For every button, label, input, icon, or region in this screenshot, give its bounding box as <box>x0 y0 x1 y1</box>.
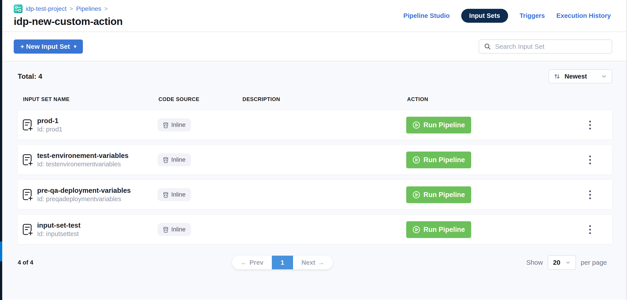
action-cell: Run Pipeline <box>406 186 608 203</box>
row-options-menu-icon[interactable] <box>587 223 593 236</box>
sort-arrows-icon <box>554 73 560 80</box>
new-input-set-button[interactable]: + New Input Set ▾ <box>14 39 83 54</box>
column-header-action: ACTION <box>407 96 608 102</box>
pagination: ← Prev 1 Next → <box>232 256 333 269</box>
run-pipeline-button[interactable]: Run Pipeline <box>406 151 471 168</box>
sort-dropdown[interactable]: Newest <box>548 69 612 83</box>
code-source-cell: Inline <box>158 188 242 201</box>
right-arrow-icon: → <box>318 259 324 266</box>
row-options-menu-icon[interactable] <box>587 153 593 166</box>
play-circle-icon <box>412 191 420 199</box>
input-set-name: prod-1 <box>37 117 62 125</box>
table-row[interactable]: input-set-test Id: inputsettest Inline <box>18 215 612 244</box>
input-set-id: Id: testenvironementvariables <box>37 160 128 168</box>
run-pipeline-button[interactable]: Run Pipeline <box>406 221 471 238</box>
name-stack: prod-1 Id: prod1 <box>37 117 62 133</box>
page-number-active[interactable]: 1 <box>272 256 293 269</box>
row-options-menu-icon[interactable] <box>587 188 593 201</box>
code-source-badge: Inline <box>158 223 191 236</box>
play-circle-icon <box>412 156 420 164</box>
inline-store-icon <box>163 227 168 233</box>
table-row[interactable]: test-environement-variables Id: testenvi… <box>18 145 612 174</box>
name-stack: pre-qa-deployment-variables Id: preqadep… <box>37 187 131 203</box>
play-circle-icon <box>412 121 420 129</box>
page-header: idp-test-project > Pipelines > idp-new-c… <box>2 0 626 32</box>
code-source-label: Inline <box>171 226 186 233</box>
search-input[interactable] <box>495 43 607 50</box>
page-size-select[interactable]: 20 <box>548 255 576 270</box>
input-set-name: input-set-test <box>37 221 80 229</box>
input-set-name-cell: test-environement-variables Id: testenvi… <box>22 152 158 168</box>
prev-page-button[interactable]: ← Prev <box>232 256 272 269</box>
tab-execution-history[interactable]: Execution History <box>556 12 611 19</box>
column-header-code-source: CODE SOURCE <box>158 96 242 102</box>
total-count-label: Total: 4 <box>18 72 42 81</box>
table-row[interactable]: prod-1 Id: prod1 Inline <box>18 110 612 140</box>
input-set-name: test-environement-variables <box>37 152 128 160</box>
inline-store-icon <box>163 122 168 128</box>
code-source-label: Inline <box>171 122 186 128</box>
pipeline-tabs: Pipeline Studio Input Sets Triggers Exec… <box>403 9 611 23</box>
run-pipeline-label: Run Pipeline <box>424 226 465 234</box>
page-count-label: 4 of 4 <box>18 259 33 266</box>
column-header-input-set-name: INPUT SET NAME <box>23 96 158 102</box>
input-set-document-icon <box>22 189 33 201</box>
side-nav-indicator <box>0 242 2 261</box>
run-pipeline-label: Run Pipeline <box>424 191 465 199</box>
breadcrumb-separator: > <box>104 5 108 12</box>
prev-label: Prev <box>250 259 264 266</box>
app-window: idp-test-project > Pipelines > idp-new-c… <box>2 0 626 300</box>
chevron-down-icon <box>565 260 571 265</box>
code-source-badge: Inline <box>158 119 191 132</box>
pipeline-project-icon <box>14 4 22 13</box>
column-header-description: DESCRIPTION <box>242 96 407 102</box>
run-pipeline-label: Run Pipeline <box>424 156 465 164</box>
row-options-menu-icon[interactable] <box>587 119 593 132</box>
caret-down-icon: ▾ <box>74 44 76 49</box>
code-source-badge: Inline <box>158 153 191 166</box>
run-pipeline-button[interactable]: Run Pipeline <box>406 117 471 134</box>
code-source-label: Inline <box>171 191 186 198</box>
run-pipeline-button[interactable]: Run Pipeline <box>406 186 471 203</box>
right-edge-divider <box>626 0 627 300</box>
collapsed-side-nav-rail[interactable] <box>0 0 2 300</box>
search-icon <box>484 43 491 50</box>
breadcrumb-project-link[interactable]: idp-test-project <box>26 5 66 12</box>
input-set-document-icon <box>22 154 33 166</box>
input-set-document-icon <box>22 223 33 236</box>
play-circle-icon <box>412 226 420 234</box>
tab-triggers[interactable]: Triggers <box>520 12 545 19</box>
name-stack: test-environement-variables Id: testenvi… <box>37 152 128 168</box>
new-input-set-label: + New Input Set <box>20 43 70 50</box>
inline-store-icon <box>163 157 168 163</box>
toolbar: + New Input Set ▾ <box>2 32 626 61</box>
next-label: Next <box>302 259 315 266</box>
code-source-label: Inline <box>171 156 186 163</box>
tab-input-sets-active[interactable]: Input Sets <box>461 9 508 23</box>
input-set-name-cell: prod-1 Id: prod1 <box>22 117 158 133</box>
next-page-button[interactable]: Next → <box>293 256 333 269</box>
table-row[interactable]: pre-qa-deployment-variables Id: preqadep… <box>18 180 612 209</box>
chevron-down-icon <box>601 73 607 79</box>
input-set-name-cell: input-set-test Id: inputsettest <box>22 221 158 238</box>
search-box[interactable] <box>479 39 612 54</box>
code-source-cell: Inline <box>158 223 242 236</box>
code-source-cell: Inline <box>158 119 242 132</box>
show-label: Show <box>526 259 543 266</box>
action-cell: Run Pipeline <box>406 151 608 168</box>
input-sets-content: Total: 4 Newest INPUT SET NAME CODE SOUR… <box>2 61 626 300</box>
breadcrumb-pipelines-link[interactable]: Pipelines <box>76 5 101 12</box>
input-set-id: Id: preqadeploymentvariables <box>37 195 131 203</box>
sort-selected-value: Newest <box>564 73 587 80</box>
run-pipeline-label: Run Pipeline <box>424 121 465 129</box>
input-set-name-cell: pre-qa-deployment-variables Id: preqadep… <box>22 187 158 203</box>
page-size-control: Show 20 per page <box>526 255 607 270</box>
code-source-cell: Inline <box>158 153 242 166</box>
input-set-document-icon <box>22 119 33 131</box>
code-source-badge: Inline <box>158 188 191 201</box>
page-size-value: 20 <box>553 259 560 266</box>
tab-pipeline-studio[interactable]: Pipeline Studio <box>403 12 450 19</box>
input-set-id: Id: prod1 <box>37 126 62 133</box>
list-footer: 4 of 4 ← Prev 1 Next → Show 20 <box>18 255 612 270</box>
action-cell: Run Pipeline <box>406 117 608 134</box>
